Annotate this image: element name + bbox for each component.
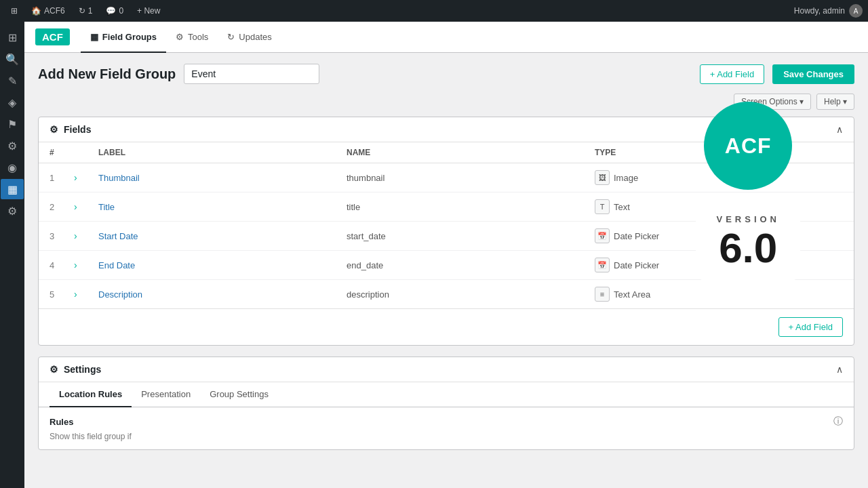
settings-tabs: Location Rules Presentation Group Settin…: [39, 382, 854, 407]
field-num-1: 1: [50, 173, 74, 183]
field-num-3: 3: [50, 231, 74, 241]
wp-logo-item[interactable]: ⊞: [5, 0, 23, 22]
datepicker-type-label-1: Date Picker: [614, 231, 659, 241]
fields-collapse-icon[interactable]: ∧: [836, 124, 843, 135]
field-expand-2[interactable]: ›: [74, 201, 98, 212]
updates-tab-icon: ↻: [227, 32, 235, 42]
tab-group-settings[interactable]: Group Settings: [200, 382, 278, 407]
updates-tab-label: Updates: [239, 32, 271, 42]
version-label: VERSION: [716, 214, 780, 224]
tab-presentation[interactable]: Presentation: [132, 382, 200, 407]
image-type-label: Image: [614, 173, 638, 183]
sidebar-icon-search[interactable]: 🔍: [1, 49, 24, 69]
field-label-description[interactable]: Description: [98, 289, 347, 300]
new-item[interactable]: + New: [132, 0, 165, 22]
col-expand: [74, 148, 98, 157]
settings-title-label: Settings: [64, 364, 101, 375]
acf-logo: ACF: [35, 28, 70, 45]
field-expand-4[interactable]: ›: [74, 260, 98, 270]
col-label: Label: [98, 148, 347, 157]
field-name-description: description: [347, 289, 595, 300]
field-label-thumbnail[interactable]: Thumbnail: [98, 173, 347, 183]
comments-icon: 💬: [106, 6, 116, 16]
version-number: 6.0: [716, 227, 780, 269]
acf-nav: ACF ▦ Field Groups ⚙ Tools ↻ Updates: [24, 22, 868, 53]
updates-count: 1: [88, 6, 93, 16]
field-expand-5[interactable]: ›: [74, 289, 98, 300]
help-button[interactable]: Help ▾: [816, 94, 854, 110]
add-field-bottom: + Add Field: [39, 308, 854, 345]
settings-gear-icon: ⚙: [50, 364, 58, 375]
text-type-icon: T: [595, 199, 610, 214]
sidebar-icon-dashboard[interactable]: ⊞: [1, 27, 24, 47]
updates-item[interactable]: ↻ 1: [73, 0, 98, 22]
field-name-title: title: [347, 202, 595, 212]
tools-tab-icon: ⚙: [176, 32, 184, 42]
version-box: VERSION 6.0: [696, 202, 800, 281]
sidebar-icon-comments[interactable]: ⚑: [1, 114, 24, 134]
wp-admin-bar: ⊞ 🏠 ACF6 ↻ 1 💬 0 + New Howdy, admin A: [0, 0, 868, 22]
field-num-4: 4: [50, 260, 74, 270]
field-name-thumbnail: thumbnail: [347, 173, 595, 183]
wp-sidebar: ⊞ 🔍 ✎ ◈ ⚑ ⚙ ◉ ▦ ⚙: [0, 22, 24, 488]
field-groups-tab-icon: ▦: [90, 32, 98, 42]
datepicker-type-icon-2: 📅: [595, 258, 610, 272]
field-name-start-date: start_date: [347, 231, 595, 241]
acf-version-badge: ACF VERSION 6.0: [696, 102, 800, 281]
add-field-button-header[interactable]: + Add Field: [700, 64, 764, 84]
settings-section-title: ⚙ Settings: [50, 364, 101, 375]
updates-icon: ↻: [79, 6, 85, 16]
field-type-description: ≡ Text Area: [595, 287, 843, 302]
acf-circle-logo: ACF: [704, 102, 792, 190]
site-name-item[interactable]: 🏠 ACF6: [26, 0, 71, 22]
page-header: Add New Field Group + Add Field Save Cha…: [38, 64, 854, 84]
datepicker-type-label-2: Date Picker: [614, 260, 659, 270]
tools-tab-label: Tools: [188, 32, 208, 42]
sidebar-icon-posts[interactable]: ✎: [1, 70, 24, 91]
rules-header: Rules ⓘ: [50, 415, 843, 428]
settings-collapse-icon[interactable]: ∧: [836, 364, 843, 375]
comments-item[interactable]: 💬 0: [100, 0, 129, 22]
rules-label: Rules: [50, 417, 73, 427]
text-type-label: Text: [614, 202, 630, 212]
datepicker-type-icon-1: 📅: [595, 228, 610, 243]
howdy-text: Howdy, admin A: [794, 4, 863, 18]
fields-section-title: ⚙ Fields: [50, 124, 91, 135]
page-title: Add New Field Group: [38, 66, 176, 82]
save-changes-button[interactable]: Save Changes: [772, 64, 854, 84]
field-expand-3[interactable]: ›: [74, 230, 98, 241]
site-name: ACF6: [44, 6, 65, 16]
table-row: 5 › Description description ≡ Text Area: [39, 280, 854, 308]
field-label-start-date[interactable]: Start Date: [98, 231, 347, 241]
col-hash: #: [50, 148, 74, 157]
wp-logo-icon: ⊞: [11, 6, 18, 16]
comments-count: 0: [119, 6, 123, 16]
site-icon: 🏠: [31, 6, 41, 16]
settings-section: ⚙ Settings ∧ Location Rules Presentation…: [38, 357, 854, 450]
field-num-5: 5: [50, 289, 74, 300]
rules-section: Rules ⓘ Show this field group if: [39, 407, 854, 449]
tab-location-rules[interactable]: Location Rules: [50, 382, 132, 407]
field-group-name-input[interactable]: [184, 64, 319, 84]
sidebar-icon-plugins[interactable]: ◉: [1, 157, 24, 178]
col-name: Name: [347, 148, 595, 157]
rules-sublabel: Show this field group if: [50, 432, 843, 441]
field-label-end-date[interactable]: End Date: [98, 260, 347, 270]
rules-help-icon[interactable]: ⓘ: [833, 415, 843, 428]
sidebar-icon-settings[interactable]: ⚙: [1, 201, 24, 221]
sidebar-icon-acf[interactable]: ▦: [1, 179, 24, 199]
tab-updates[interactable]: ↻ Updates: [218, 22, 281, 53]
field-num-2: 2: [50, 202, 74, 212]
field-name-end-date: end_date: [347, 260, 595, 270]
tab-tools[interactable]: ⚙ Tools: [166, 22, 218, 53]
user-avatar: A: [849, 4, 863, 18]
field-expand-1[interactable]: ›: [74, 172, 98, 183]
sidebar-icon-appearance[interactable]: ⚙: [1, 136, 24, 156]
add-field-button-bottom[interactable]: + Add Field: [778, 317, 843, 337]
textarea-type-label: Text Area: [614, 289, 650, 300]
field-label-title[interactable]: Title: [98, 202, 347, 212]
sidebar-icon-media[interactable]: ◈: [1, 92, 24, 113]
settings-section-header: ⚙ Settings ∧: [39, 357, 854, 382]
image-type-icon: 🖼: [595, 170, 610, 185]
new-label: + New: [137, 6, 160, 16]
